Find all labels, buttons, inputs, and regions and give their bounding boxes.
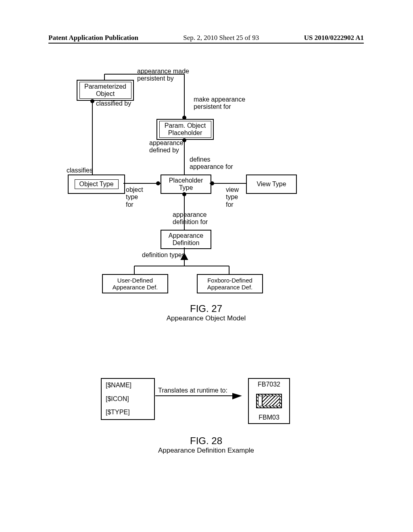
figure-28-caption: FIG. 28 Appearance Definition Example: [48, 435, 364, 455]
svg-marker-21: [232, 393, 242, 399]
page-header: Patent Application Publication Sep. 2, 2…: [48, 34, 364, 44]
figure-28-num: FIG. 28: [48, 435, 364, 447]
module-icon: [256, 394, 282, 408]
page: Patent Application Publication Sep. 2, 2…: [0, 0, 413, 532]
header-center: Sep. 2, 2010 Sheet 25 of 93: [183, 34, 259, 42]
header-right: US 2010/0222902 A1: [304, 34, 364, 42]
label-translates: Translates at runtime to:: [158, 387, 227, 394]
fig28-fb-name: FB7032: [258, 381, 280, 388]
figure-28-cap: Appearance Definition Example: [48, 447, 364, 455]
figure-27-diagram: ParameterizedObject Param. ObjectPlaceho…: [48, 69, 364, 512]
header-left: Patent Application Publication: [48, 34, 138, 42]
fig28-fb-type: FBM03: [259, 414, 280, 421]
fig28-resolved-box: FB7032 FBM03: [248, 378, 290, 424]
